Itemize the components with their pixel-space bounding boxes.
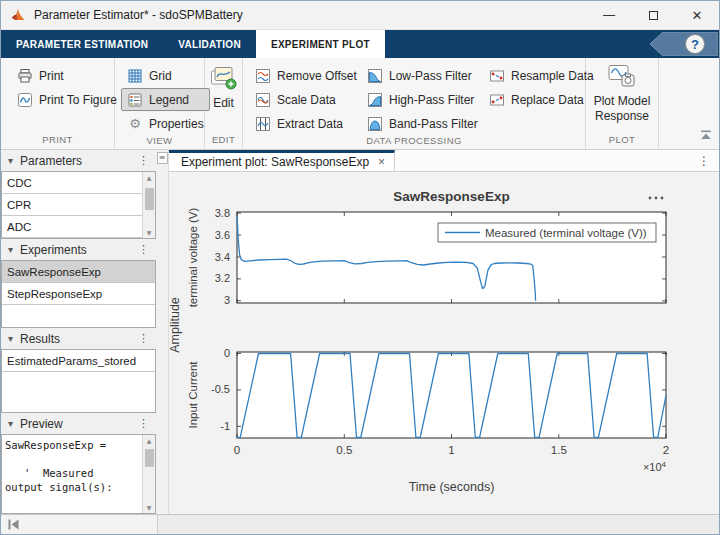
properties-button[interactable]: ⚙ Properties: [121, 112, 210, 135]
list-item-experiment[interactable]: StepResponseExp: [2, 283, 155, 305]
section-print: Print Print To Figure PRINT: [1, 58, 115, 149]
print-to-figure-button[interactable]: Print To Figure: [11, 88, 123, 111]
scroll-up-icon[interactable]: ▲: [147, 435, 152, 446]
list-item-experiment[interactable]: SawResponseExp: [2, 261, 155, 283]
chevron-down-icon: ▾: [8, 244, 13, 255]
preview-line: output signal(s):: [5, 480, 140, 494]
status-bar-right: [158, 515, 719, 534]
replace-data-icon: [489, 92, 505, 108]
scroll-down-icon[interactable]: ▼: [147, 227, 152, 238]
parameters-list: CDC CPR ADC ▲ ▼: [1, 171, 156, 239]
document-menu-icon[interactable]: ⋮: [698, 150, 719, 171]
replace-data-label: Replace Data: [511, 93, 584, 107]
gear-icon: ⚙: [127, 116, 143, 131]
experiment-plot-tab[interactable]: Experiment plot: SawResponseExp ×: [169, 150, 395, 171]
scrollbar-thumb[interactable]: [145, 449, 154, 467]
plot-options-icon[interactable]: [655, 197, 658, 200]
resample-data-icon: [489, 68, 505, 84]
results-panel-header[interactable]: ▾ Results ⋮: [1, 328, 156, 349]
preview-text: SawResponseExp = ' Measured output signa…: [2, 435, 142, 513]
scroll-up-icon[interactable]: ▲: [147, 172, 152, 183]
grid-button[interactable]: Grid: [121, 64, 210, 87]
parameters-menu-icon[interactable]: ⋮: [138, 154, 149, 167]
close-tab-icon[interactable]: ×: [378, 155, 385, 169]
scale-data-label: Scale Data: [277, 93, 336, 107]
extract-data-button[interactable]: Extract Data: [249, 112, 351, 135]
hamburger-icon: ≡: [159, 153, 166, 162]
x-tick-label: 0.5: [336, 444, 352, 456]
plot-options-icon[interactable]: [649, 197, 652, 200]
grid-icon: [127, 68, 143, 84]
low-pass-filter-button[interactable]: Low-Pass Filter: [361, 64, 473, 87]
minimize-button[interactable]: —: [587, 1, 631, 29]
plot-model-response-label: Plot Model Response: [591, 94, 653, 124]
edit-button[interactable]: Edit: [206, 62, 242, 113]
x-axis-label: Time (seconds): [409, 480, 495, 494]
splitter-menu-button[interactable]: ≡: [157, 152, 168, 164]
section-spacer: [659, 58, 719, 149]
experiment-plot-figure[interactable]: 33.23.43.63.8terminal voltage (V)Measure…: [169, 172, 720, 515]
legend-label: Legend: [149, 93, 189, 107]
parameters-scrollbar[interactable]: ▲ ▼: [142, 172, 155, 238]
scroll-down-icon[interactable]: ▼: [147, 502, 152, 513]
figure-canvas[interactable]: 33.23.43.63.8terminal voltage (V)Measure…: [169, 172, 719, 514]
experiments-list: SawResponseExp StepResponseExp: [1, 260, 156, 328]
band-pass-filter-label: Band-Pass Filter: [389, 117, 478, 131]
replace-data-button[interactable]: Replace Data: [483, 88, 579, 111]
scrollbar-thumb[interactable]: [145, 188, 154, 210]
x-tick-label: 1: [448, 444, 454, 456]
print-button[interactable]: Print: [11, 64, 123, 87]
chevron-down-icon: ▾: [8, 333, 13, 344]
section-view: Grid Legend ⚙ Properties: [115, 58, 205, 149]
list-item-result[interactable]: EstimatedParams_stored: [2, 350, 155, 372]
list-item-parameter[interactable]: CPR: [2, 194, 142, 216]
parameters-panel-title: Parameters: [20, 154, 82, 168]
high-pass-filter-button[interactable]: High-Pass Filter: [361, 88, 473, 111]
experiments-menu-icon[interactable]: ⋮: [138, 243, 149, 256]
plot-options-icon[interactable]: [661, 197, 664, 200]
band-pass-filter-button[interactable]: Band-Pass Filter: [361, 112, 473, 135]
tab-validation[interactable]: VALIDATION: [163, 30, 256, 58]
tab-parameter-estimation[interactable]: PARAMETER ESTIMATION: [1, 30, 163, 58]
title-bar: Parameter Estimator* - sdoSPMBattery — ✕: [1, 1, 719, 30]
experiments-panel-title: Experiments: [20, 243, 87, 257]
parameters-panel-header[interactable]: ▾ Parameters ⋮: [1, 150, 156, 171]
tab-experiment-plot[interactable]: EXPERIMENT PLOT: [256, 30, 385, 58]
list-item-parameter[interactable]: ADC: [2, 216, 142, 238]
preview-line: SawResponseExp =: [5, 438, 140, 452]
plot-model-response-button[interactable]: Plot Model Response: [587, 62, 657, 126]
maximize-button[interactable]: [631, 1, 675, 29]
preview-line: ' Measured: [5, 466, 140, 480]
resample-data-button[interactable]: Resample Data: [483, 64, 579, 87]
close-button[interactable]: ✕: [675, 1, 719, 29]
remove-offset-button[interactable]: Remove Offset: [249, 64, 351, 87]
legend-button[interactable]: Legend: [121, 88, 210, 111]
preview-panel-header[interactable]: ▾ Preview ⋮: [1, 413, 156, 434]
help-button[interactable]: ?: [650, 32, 718, 59]
ribbon-tab-bar: PARAMETER ESTIMATION VALIDATION EXPERIME…: [1, 30, 719, 58]
print-to-figure-label: Print To Figure: [39, 93, 117, 107]
preview-scrollbar[interactable]: ▲ ▼: [142, 435, 155, 513]
preview-menu-icon[interactable]: ⋮: [138, 417, 149, 430]
experiment-plot-tab-label: Experiment plot: SawResponseExp: [181, 155, 369, 169]
sidebar: ▾ Parameters ⋮ CDC CPR ADC ▲ ▼ ▾ Experim…: [1, 150, 156, 514]
plot-model-response-icon: [607, 64, 637, 90]
extract-data-label: Extract Data: [277, 117, 343, 131]
y-axis-label: terminal voltage (V): [187, 207, 199, 307]
document-area: Experiment plot: SawResponseExp × ⋮ 33.2…: [169, 150, 719, 514]
y-tick-label: -1: [220, 420, 230, 432]
remove-offset-icon: [255, 68, 271, 84]
scale-data-icon: [255, 92, 271, 108]
go-to-start-icon[interactable]: [8, 519, 19, 530]
status-bar: [1, 514, 719, 534]
chart-title: SawResponseExp: [393, 189, 509, 204]
list-item-parameter[interactable]: CDC: [2, 172, 142, 194]
scale-data-button[interactable]: Scale Data: [249, 88, 351, 111]
panel-splitter[interactable]: ≡: [156, 150, 169, 514]
results-menu-icon[interactable]: ⋮: [138, 332, 149, 345]
chevron-down-icon: ▾: [8, 155, 13, 166]
collapse-ribbon-button[interactable]: [700, 129, 712, 143]
experiments-panel-header[interactable]: ▾ Experiments ⋮: [1, 239, 156, 260]
section-label-print: PRINT: [1, 134, 114, 149]
ribbon-toolbar: Print Print To Figure PRINT: [1, 58, 719, 150]
